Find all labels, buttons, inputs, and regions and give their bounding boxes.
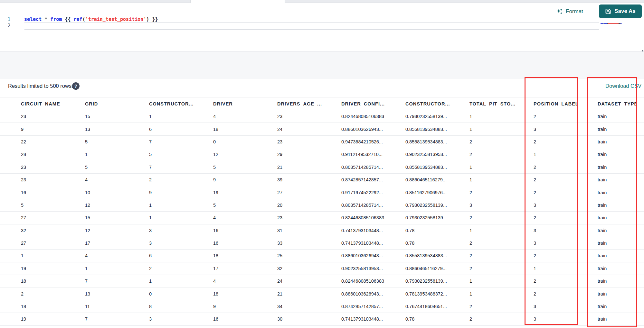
table-cell: 1 xyxy=(469,114,534,119)
table-cell: 0.7930232558139... xyxy=(405,203,469,208)
table-cell: 1 xyxy=(149,215,213,220)
table-cell: 25 xyxy=(277,253,341,258)
table-cell: 2 xyxy=(469,304,534,309)
table-cell: 1 xyxy=(85,266,149,271)
table-cell: 0.8558139534883... xyxy=(405,127,469,132)
file-tab-right[interactable] xyxy=(285,0,644,3)
table-cell: 12 xyxy=(85,203,149,208)
table-cell: 34 xyxy=(277,304,341,309)
table-cell: 0.7413793103448... xyxy=(341,241,405,246)
table-cell: 18 xyxy=(21,304,85,309)
table-cell: 2 xyxy=(149,177,213,182)
code-token: select xyxy=(24,16,42,22)
table-cell: 0.8860465116279... xyxy=(405,177,469,182)
code-token: 'train_test_position' xyxy=(85,16,147,22)
code-token: * xyxy=(44,16,47,22)
table-cell: 9 xyxy=(213,304,277,309)
table-cell: 0 xyxy=(213,139,277,144)
table-cell: 0.8860103626943... xyxy=(341,253,405,258)
table-cell: 0.9023255813953... xyxy=(405,152,469,157)
table-cell: 23 xyxy=(21,165,85,170)
table-cell: 7 xyxy=(85,278,149,284)
sql-editor[interactable]: 1 2 select * from {{ ref('train_test_pos… xyxy=(0,3,644,51)
table-cell: 28 xyxy=(21,152,85,157)
table-cell: 18 xyxy=(213,291,277,296)
code-line-1[interactable]: select * from {{ ref('train_test_positio… xyxy=(24,16,158,23)
table-cell: 23 xyxy=(277,215,341,220)
table-cell: 13 xyxy=(85,127,149,132)
table-cell: 8 xyxy=(149,304,213,309)
results-panel-header: Preview Compile Results Compiled Code xyxy=(0,51,644,79)
table-cell: 0.8035714285714... xyxy=(341,203,405,208)
table-cell: 1 xyxy=(469,127,534,132)
table-cell: 0.7930232558139... xyxy=(405,215,469,220)
table-cell: 0.8511627906976... xyxy=(405,190,469,195)
table-cell: 1 xyxy=(469,228,534,233)
table-cell: 4 xyxy=(85,253,149,258)
line-number-1: 1 xyxy=(3,16,15,23)
column-header: CONSTRUCTOR... xyxy=(405,101,469,106)
table-cell: 1 xyxy=(149,278,213,284)
format-button[interactable]: Format xyxy=(556,7,583,16)
table-cell: 1 xyxy=(469,177,534,182)
editor-active-line-box[interactable] xyxy=(24,23,636,30)
table-cell: 32 xyxy=(277,266,341,271)
table-cell: 0 xyxy=(149,291,213,296)
table-cell: 23 xyxy=(277,114,341,119)
save-as-button[interactable]: Save As xyxy=(599,5,642,18)
table-cell: 0.78 xyxy=(405,241,469,246)
table-cell: 12 xyxy=(85,228,149,233)
table-cell: 11 xyxy=(85,304,149,309)
table-cell: 1 xyxy=(469,291,534,296)
table-cell: 0.824468085106383 xyxy=(341,278,405,284)
sparkle-icon xyxy=(556,8,563,15)
table-cell: 18 xyxy=(213,127,277,132)
table-cell: 0.7413793103448... xyxy=(341,228,405,233)
annotation-box-position-label xyxy=(525,77,578,325)
table-cell: 9 xyxy=(213,177,277,182)
code-token: ref xyxy=(74,16,82,22)
table-cell: 5 xyxy=(149,152,213,157)
table-cell: 4 xyxy=(213,215,277,220)
table-cell: 0.7413793103448... xyxy=(341,316,405,322)
table-cell: 1 xyxy=(149,114,213,119)
results-limit-status: Results limited to 500 rows. xyxy=(8,83,73,89)
table-cell: 2 xyxy=(469,241,534,246)
code-token: ( xyxy=(82,16,85,22)
table-cell: 16 xyxy=(213,228,277,233)
table-cell: 13 xyxy=(85,291,149,296)
column-header: CONSTRUCTOR... xyxy=(149,101,213,106)
file-tab-active[interactable] xyxy=(191,0,285,3)
table-cell: 7 xyxy=(85,316,149,322)
table-cell: 2 xyxy=(469,266,534,271)
table-cell: 16 xyxy=(21,190,85,195)
table-cell: 23 xyxy=(21,114,85,119)
table-cell: 0.78 xyxy=(405,228,469,233)
minimap[interactable] xyxy=(599,21,641,53)
table-cell: 10 xyxy=(85,190,149,195)
table-cell: 7 xyxy=(149,139,213,144)
table-cell: 0.9112149532710... xyxy=(341,152,405,157)
table-cell: 2 xyxy=(469,215,534,220)
file-tab-left[interactable] xyxy=(0,0,191,3)
table-cell: 4 xyxy=(213,278,277,284)
help-icon[interactable]: ? xyxy=(72,82,80,90)
table-cell: 22 xyxy=(21,139,85,144)
table-cell: 3 xyxy=(149,316,213,322)
table-cell: 1 xyxy=(469,278,534,284)
code-token xyxy=(42,16,44,22)
table-cell: 0.7930232558139... xyxy=(405,114,469,119)
table-cell: 39 xyxy=(277,177,341,182)
save-icon xyxy=(605,8,611,14)
column-header: DRIVERS_AGE_... xyxy=(277,101,341,106)
table-cell: 2 xyxy=(469,152,534,157)
table-cell: 0.7930232558139... xyxy=(405,278,469,284)
table-cell: 0.8860465116279... xyxy=(405,266,469,271)
table-cell: 23 xyxy=(277,139,341,144)
table-cell: 1 xyxy=(85,152,149,157)
table-cell: 0.9023255813953... xyxy=(341,266,405,271)
table-cell: 18 xyxy=(21,278,85,284)
table-cell: 0.824468085106383 xyxy=(341,114,405,119)
table-cell: 1 xyxy=(469,165,534,170)
table-cell: 0.78 xyxy=(405,316,469,322)
